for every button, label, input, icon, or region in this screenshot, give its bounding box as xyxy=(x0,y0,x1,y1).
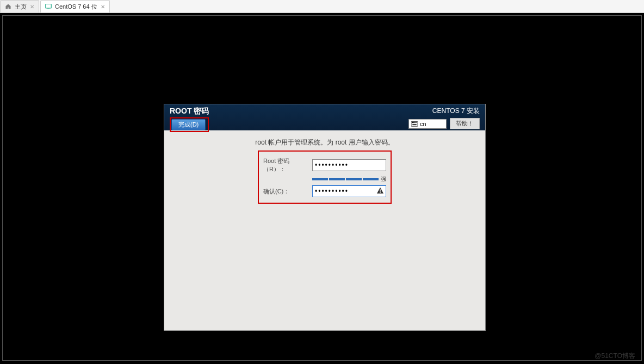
warning-icon xyxy=(376,187,384,197)
svg-rect-0 xyxy=(46,4,52,9)
tab-home[interactable]: 主页 ✕ xyxy=(0,0,39,12)
header-left: ROOT 密码 完成(D) xyxy=(170,106,209,129)
vm-icon xyxy=(45,3,52,10)
done-highlight: 完成(D) xyxy=(170,117,209,132)
confirm-row: 确认(C)： xyxy=(263,185,386,197)
svg-rect-1 xyxy=(47,9,50,9)
strength-bar xyxy=(312,178,379,180)
host-tabbar: 主页 ✕ CentOS 7 64 位 ✕ xyxy=(0,0,644,13)
installer-body: root 帐户用于管理系统。为 root 用户输入密码。 Root 密码 （R）… xyxy=(164,130,485,211)
tab-vm[interactable]: CentOS 7 64 位 ✕ xyxy=(40,0,110,12)
svg-rect-9 xyxy=(380,192,380,193)
tab-home-label: 主页 xyxy=(15,3,27,11)
root-password-input[interactable] xyxy=(312,159,386,171)
svg-rect-2 xyxy=(411,121,418,126)
strength-label: 强 xyxy=(381,175,386,183)
svg-rect-7 xyxy=(412,124,417,125)
password-label: Root 密码 （R）： xyxy=(263,157,310,173)
close-icon[interactable]: ✕ xyxy=(30,4,34,10)
confirm-password-input[interactable] xyxy=(312,185,386,197)
keyboard-indicator[interactable]: cn xyxy=(408,119,447,129)
svg-rect-4 xyxy=(413,122,414,123)
svg-rect-5 xyxy=(414,122,416,123)
tab-vm-label: CentOS 7 64 位 xyxy=(55,3,97,11)
header-right-row: cn 帮助！ xyxy=(408,118,480,129)
watermark: @51CTO博客 xyxy=(595,352,635,361)
help-button[interactable]: 帮助！ xyxy=(450,118,480,129)
page-title: ROOT 密码 xyxy=(170,106,209,116)
install-title: CENTOS 7 安装 xyxy=(432,106,480,116)
done-button[interactable]: 完成(D) xyxy=(171,119,206,130)
password-row: Root 密码 （R）： xyxy=(263,157,386,173)
home-icon xyxy=(5,3,11,10)
password-form-highlight: Root 密码 （R）： 强 确认(C)： xyxy=(258,150,392,204)
svg-rect-8 xyxy=(380,189,380,191)
centos-installer-window: ROOT 密码 完成(D) CENTOS 7 安装 cn 帮助！ xyxy=(164,104,486,331)
instruction-text: root 帐户用于管理系统。为 root 用户输入密码。 xyxy=(175,138,474,147)
close-icon[interactable]: ✕ xyxy=(101,4,105,10)
keyboard-label: cn xyxy=(420,121,426,127)
vm-display: ROOT 密码 完成(D) CENTOS 7 安装 cn 帮助！ xyxy=(2,15,642,361)
header-right: CENTOS 7 安装 cn 帮助！ xyxy=(408,106,480,129)
confirm-label: 确认(C)： xyxy=(263,187,310,196)
keyboard-icon xyxy=(411,121,418,127)
svg-rect-6 xyxy=(416,122,417,123)
installer-header: ROOT 密码 完成(D) CENTOS 7 安装 cn 帮助！ xyxy=(164,104,485,130)
password-strength: 强 xyxy=(312,175,386,183)
svg-rect-3 xyxy=(412,122,413,123)
